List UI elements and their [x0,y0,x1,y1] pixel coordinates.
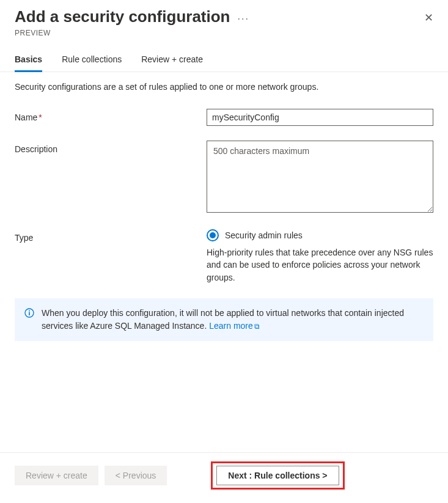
description-control [207,141,433,215]
form-row-description: Description [15,141,433,215]
svg-rect-2 [29,312,30,315]
content: Security configurations are a set of rul… [0,72,448,351]
name-input[interactable] [207,109,433,126]
tab-basics[interactable]: Basics [15,54,42,72]
info-text: When you deploy this configuration, it w… [42,307,424,332]
type-control: Security admin rules High-priority rules… [207,229,433,284]
info-icon [24,308,34,318]
close-icon[interactable]: ✕ [424,11,433,24]
preview-label: PREVIEW [0,29,448,37]
tab-rule-collections[interactable]: Rule collections [62,54,122,72]
name-label-text: Name [15,112,37,122]
learn-more-link[interactable]: Learn more⧉ [209,321,260,331]
header: Add a security configuration ··· ✕ [0,0,448,29]
radio-group: Security admin rules High-priority rules… [207,229,433,284]
header-left: Add a security configuration ··· [15,7,249,26]
form-row-type: Type Security admin rules High-priority … [15,229,433,284]
form-row-name: Name* [15,109,433,126]
radio-row: Security admin rules [207,229,433,241]
next-button[interactable]: Next : Rule collections > [216,466,339,485]
info-box: When you deploy this configuration, it w… [15,298,433,341]
learn-more-text: Learn more [209,321,253,331]
external-link-icon: ⧉ [254,321,260,332]
description-input[interactable] [207,141,433,213]
previous-button[interactable]: < Previous [105,466,167,485]
required-indicator: * [39,112,42,122]
radio-description: High-priority rules that take precedence… [207,246,433,284]
radio-dot-icon [210,232,216,238]
svg-point-1 [29,310,30,311]
review-create-button[interactable]: Review + create [15,466,98,485]
name-control [207,109,433,126]
highlight-box: Next : Rule collections > [211,461,344,490]
footer: Review + create < Previous Next : Rule c… [0,452,448,503]
name-label: Name* [15,109,207,122]
radio-label: Security admin rules [225,230,303,240]
radio-security-admin[interactable] [207,229,219,241]
tab-review-create[interactable]: Review + create [141,54,203,72]
description-label: Description [15,141,207,154]
more-icon[interactable]: ··· [238,13,249,24]
tabs: Basics Rule collections Review + create [0,37,448,72]
type-label: Type [15,229,207,243]
description-text: Security configurations are a set of rul… [15,82,433,92]
page-title: Add a security configuration [15,7,230,26]
